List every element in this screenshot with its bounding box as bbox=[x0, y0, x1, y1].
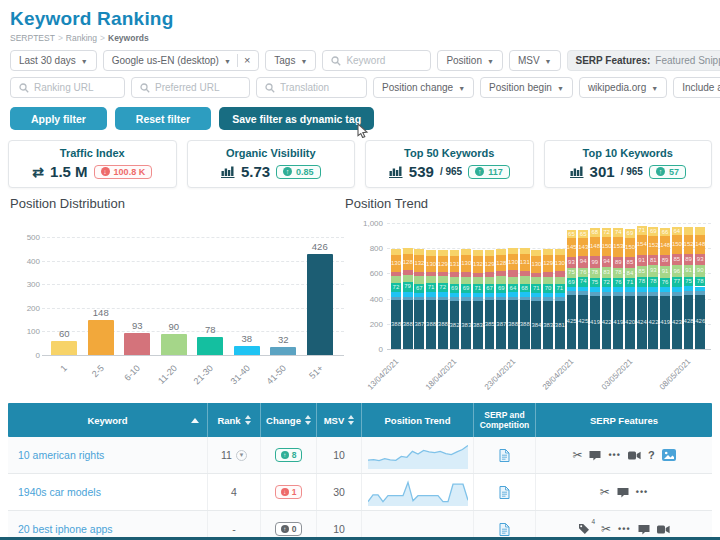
scissors-icon: ✂ bbox=[600, 486, 610, 498]
stat-card-top-50-keywords: Top 50 Keywords539/ 965↑117 bbox=[365, 140, 534, 188]
trend-segment-11-20 bbox=[543, 277, 553, 285]
trend-segment-1 bbox=[695, 227, 705, 235]
y-axis-tick: 0 bbox=[10, 351, 40, 360]
gridline bbox=[42, 355, 344, 356]
x-axis-tick: 23/04/2021 bbox=[469, 357, 518, 406]
trend-segment-2-5: 148 bbox=[695, 235, 705, 254]
filter-search-translation[interactable] bbox=[256, 77, 367, 98]
change-badge-gray: ↑0 bbox=[275, 522, 303, 536]
trend-segment-1 bbox=[496, 249, 506, 255]
arrow-up-circle-icon: ↑ bbox=[281, 451, 289, 459]
trend-segment-1: 68 bbox=[590, 228, 600, 237]
trend-segment-51+: 388 bbox=[438, 300, 448, 349]
column-header-keyword[interactable]: Keyword bbox=[8, 403, 208, 437]
filter-select-tags[interactable]: Tags▼ bbox=[265, 50, 316, 71]
trend-segment-6-10: 94 bbox=[602, 256, 612, 268]
reset-filter-button[interactable]: Reset filter bbox=[115, 107, 211, 130]
filter-search-keyword[interactable] bbox=[322, 50, 431, 71]
save-filter-dynamic-tag-button[interactable]: Save filter as dynamic tag bbox=[219, 107, 374, 130]
gridline bbox=[42, 261, 344, 262]
sort-icon bbox=[245, 415, 251, 425]
speech-bubble-icon bbox=[589, 450, 601, 461]
keyword-link[interactable]: 10 american rights bbox=[18, 449, 104, 461]
trend-segment-31-40 bbox=[555, 293, 565, 297]
stat-value: 1.5 M bbox=[50, 163, 88, 180]
document-icon[interactable] bbox=[499, 486, 510, 499]
trend-segment-6-10: 93 bbox=[567, 257, 577, 269]
trend-segment-2-5: 154 bbox=[637, 235, 647, 254]
trend-segment-51+: 419 bbox=[660, 296, 670, 349]
distribution-bar-2-5 bbox=[88, 320, 114, 355]
filter-tag-serp-features[interactable]: SERP Features:Featured Snippet× bbox=[567, 50, 720, 71]
filter-select-search-engine[interactable]: Google us-EN (desktop)▼× bbox=[103, 50, 260, 71]
trend-segment-11-20 bbox=[485, 277, 495, 284]
column-header-msv[interactable]: MSV bbox=[317, 403, 362, 437]
keyword-link[interactable]: 1940s car models bbox=[18, 486, 101, 498]
column-header-rank[interactable]: Rank bbox=[208, 403, 261, 437]
document-icon[interactable] bbox=[499, 523, 510, 536]
keyword-link[interactable]: 20 best iphone apps bbox=[18, 523, 113, 535]
trend-segment-2-5: 148 bbox=[660, 236, 670, 255]
trend-segment-51+: 385 bbox=[485, 300, 495, 349]
trend-segment-51+: 428 bbox=[684, 295, 694, 349]
document-icon[interactable] bbox=[499, 449, 510, 462]
table-row: 1940s car models4↓130✂••• bbox=[8, 474, 712, 511]
trend-segment-41-50 bbox=[438, 297, 448, 301]
ranking-url-input[interactable] bbox=[34, 82, 116, 93]
bar-value-label: 90 bbox=[154, 321, 194, 332]
trend-segment-41-50 bbox=[520, 297, 530, 301]
gridline bbox=[387, 223, 711, 224]
chevron-down-icon: ▼ bbox=[224, 58, 231, 65]
preferred-url-input[interactable] bbox=[155, 82, 241, 93]
filter-select-include-results[interactable]: Include all results▼ bbox=[673, 77, 720, 98]
arrow-up-circle-icon: ↑ bbox=[283, 167, 292, 176]
trend-segment-41-50 bbox=[450, 297, 460, 301]
filter-search-ranking-url[interactable] bbox=[10, 77, 125, 98]
speech-bubble-icon bbox=[638, 524, 650, 535]
keyword-input[interactable] bbox=[346, 55, 422, 66]
trend-segment-11-20: 91 bbox=[684, 265, 694, 276]
y-axis-tick: 1,000 bbox=[353, 219, 383, 228]
trend-segment-21-30: 71 bbox=[555, 284, 565, 293]
trend-segment-11-20: 85 bbox=[637, 266, 647, 277]
filter-select-date-range[interactable]: Last 30 days▼ bbox=[10, 50, 97, 71]
rank-expander-icon[interactable]: ▼ bbox=[236, 450, 247, 461]
table-body: 10 american rights11▼↑810✂•••?1940s car … bbox=[8, 437, 712, 540]
apply-filter-button[interactable]: Apply filter bbox=[10, 107, 107, 130]
trend-segment-31-40 bbox=[578, 287, 588, 292]
column-header-change[interactable]: Change bbox=[261, 403, 317, 437]
trend-segment-6-10 bbox=[438, 272, 448, 276]
trend-segment-2-5: 130 bbox=[555, 255, 565, 271]
filter-select-position[interactable]: Position▼ bbox=[437, 50, 503, 71]
x-axis-tick: 18/04/2021 bbox=[410, 357, 459, 406]
trend-segment-31-40 bbox=[520, 292, 530, 296]
trend-segment-51+: 425 bbox=[578, 295, 588, 349]
trend-segment-1: 65 bbox=[567, 230, 577, 238]
clear-filter-icon[interactable]: × bbox=[244, 55, 250, 66]
breadcrumb-item[interactable]: Ranking bbox=[66, 33, 97, 43]
trend-segment-6-10 bbox=[391, 272, 401, 276]
trend-segment-2-5: 129 bbox=[438, 256, 448, 272]
trend-segment-31-40 bbox=[684, 286, 694, 291]
trend-segment-21-30: 79 bbox=[403, 282, 413, 292]
trend-segment-31-40 bbox=[531, 293, 541, 297]
trend-segment-2-5: 132 bbox=[473, 256, 483, 273]
trend-segment-1 bbox=[426, 250, 436, 256]
breadcrumb-item[interactable]: SERPTEST bbox=[10, 33, 55, 43]
position-trend-section: Position Trend 02004006008001,0003887213… bbox=[345, 196, 720, 397]
trend-segment-21-30: 71 bbox=[531, 284, 541, 293]
chevron-down-icon: ▼ bbox=[81, 58, 88, 65]
filter-search-preferred-url[interactable] bbox=[131, 77, 250, 98]
trend-segment-1 bbox=[520, 248, 530, 254]
column-label: Rank bbox=[217, 415, 240, 426]
filter-select-domain[interactable]: wikipedia.org▼ bbox=[579, 77, 667, 98]
trend-segment-11-20 bbox=[461, 277, 471, 285]
translation-input[interactable] bbox=[280, 82, 358, 93]
filter-select-msv[interactable]: MSV▼ bbox=[509, 50, 561, 71]
filter-select-position-begin[interactable]: Position begin▼ bbox=[480, 77, 573, 98]
sort-icon bbox=[348, 415, 354, 425]
trend-segment-51+: 383 bbox=[461, 301, 471, 349]
filter-select-position-change[interactable]: Position change▼ bbox=[373, 77, 474, 98]
stat-total: / 965 bbox=[440, 166, 462, 177]
trend-segment-2-5: 150 bbox=[602, 237, 612, 256]
